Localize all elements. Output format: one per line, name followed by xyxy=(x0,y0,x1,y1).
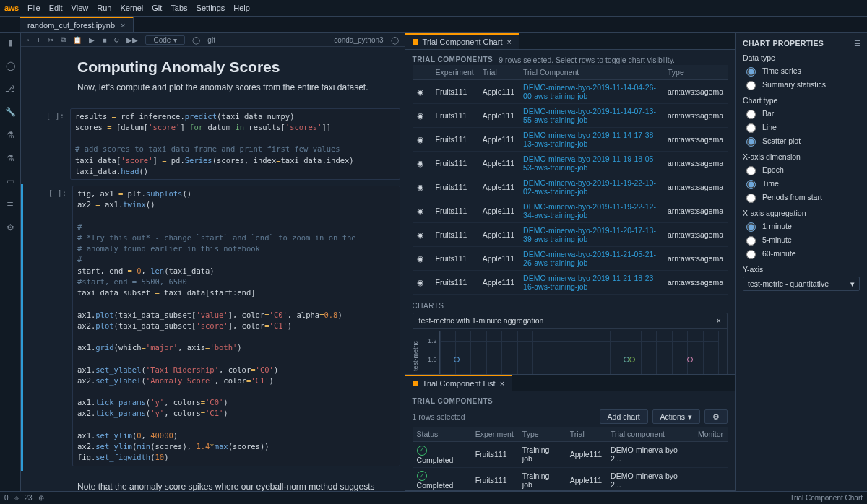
activity-rail: ▮ ◯ ⎇ 🔧 ⚗ ⚗ ▭ ≣ ⚙ xyxy=(0,33,21,491)
prop-group-label: Chart type xyxy=(743,96,860,105)
code-body[interactable]: results = rcf_inference.predict(taxi_dat… xyxy=(70,108,400,180)
nb-body: Computing Anomaly Scores Now, let's comp… xyxy=(21,47,405,491)
flask-icon[interactable]: ⚗ xyxy=(5,130,15,140)
menu-settings[interactable]: Settings xyxy=(197,4,225,12)
yaxis-select[interactable]: test-metric - quantitative▾ xyxy=(743,277,860,291)
menu-icon[interactable]: ☰ xyxy=(854,39,861,48)
code-cell-2[interactable]: [ ]: fig, ax1 = plt.subplots() ax2 = ax1… xyxy=(21,184,405,470)
menu-run[interactable]: Run xyxy=(97,4,111,12)
close-icon[interactable]: × xyxy=(506,38,511,46)
prop-option[interactable]: Time series xyxy=(743,65,860,77)
visibility-icon[interactable]: ◉ xyxy=(413,128,431,152)
run-icon[interactable]: ▶ xyxy=(89,36,95,44)
menu-file[interactable]: File xyxy=(27,4,40,12)
status-item[interactable]: 23 xyxy=(25,494,33,502)
table-row[interactable]: ◉Fruits111Apple111DEMO-minerva-byo-2019-… xyxy=(413,104,728,128)
table-row[interactable]: ✓CompletedFruits111Training jobApple111D… xyxy=(413,442,728,468)
notebook-panel: ▫ + ✂ ⧉ 📋 ▶ ■ ↻ ▶▶ Code▾ ◯ git conda_pyt… xyxy=(21,33,405,491)
chart-card: test-metric with 1-minute aggregation × … xyxy=(413,313,728,374)
menu-view[interactable]: View xyxy=(72,4,89,12)
table-row[interactable]: ✓CompletedFruits111Training jobApple111D… xyxy=(413,467,728,490)
stop-icon[interactable]: ■ xyxy=(102,36,106,44)
chart-title: test-metric with 1-minute aggregation xyxy=(419,316,544,325)
table-row[interactable]: ◉Fruits111Apple111DEMO-minerva-byo-2019-… xyxy=(413,128,728,152)
runall-icon[interactable]: ▶▶ xyxy=(126,36,138,44)
prop-option[interactable]: Epoch xyxy=(743,164,860,175)
prop-option[interactable]: 1-minute xyxy=(743,220,860,232)
prop-option[interactable]: Periods from start xyxy=(743,191,860,203)
status-right: Trial Component Chart xyxy=(790,494,863,502)
visibility-icon[interactable]: ◉ xyxy=(413,175,431,199)
visibility-icon[interactable]: ◉ xyxy=(413,271,431,295)
kernel-busy-icon: ◯ xyxy=(192,36,200,44)
visibility-icon[interactable]: ◉ xyxy=(413,223,431,247)
circle-icon[interactable]: ◯ xyxy=(5,61,15,71)
notebook-tab[interactable]: random_cut_forest.ipynb × xyxy=(20,17,134,32)
prop-option[interactable]: Scatter plot xyxy=(743,135,860,147)
props-title: CHART PROPERTIES xyxy=(743,39,860,48)
menu-kernel[interactable]: Kernel xyxy=(120,4,143,12)
table-row[interactable]: ◉Fruits111Apple111DEMO-minerva-byo-2019-… xyxy=(413,247,728,271)
list-label: TRIAL COMPONENTS xyxy=(413,397,728,405)
sagemaker-icon xyxy=(413,381,418,386)
table-row[interactable]: ◉Fruits111Apple111DEMO-minerva-byo-2019-… xyxy=(413,175,728,199)
list-icon[interactable]: ≣ xyxy=(5,199,15,209)
restart-icon[interactable]: ↻ xyxy=(113,36,119,44)
table-row[interactable]: ◉Fruits111Apple111DEMO-minerva-byo-2019-… xyxy=(413,199,728,223)
y-axis-label: test-metric xyxy=(412,341,419,371)
close-icon[interactable]: × xyxy=(500,379,504,388)
page-title: Computing Anomaly Scores xyxy=(77,58,394,76)
visibility-icon[interactable]: ◉ xyxy=(413,199,431,223)
gear-icon[interactable]: ⚙ xyxy=(5,222,15,233)
status-item[interactable]: ⎆ xyxy=(14,494,19,502)
table-row[interactable]: ◉Fruits111Apple111DEMO-minerva-byo-2019-… xyxy=(413,152,728,175)
list-hint: 1 rows selected xyxy=(413,412,465,421)
visibility-icon[interactable]: ◉ xyxy=(413,80,431,104)
box-icon[interactable]: ▭ xyxy=(5,176,15,186)
prop-option[interactable]: Bar xyxy=(743,108,860,119)
prop-option[interactable]: Line xyxy=(743,121,860,133)
copy-icon[interactable]: ⧉ xyxy=(61,35,66,44)
table-row[interactable]: ◉Fruits111Apple111DEMO-minerva-byo-2019-… xyxy=(413,223,728,247)
paste-icon[interactable]: 📋 xyxy=(73,36,82,44)
prop-option[interactable]: Summary statistics xyxy=(743,79,860,90)
folder-icon[interactable]: ▮ xyxy=(5,38,15,48)
actions-button[interactable]: Actions▾ xyxy=(652,409,700,424)
save-icon[interactable]: ▫ xyxy=(27,36,30,44)
prompt: [ ]: xyxy=(27,108,70,180)
add-chart-button[interactable]: Add chart xyxy=(600,409,648,424)
kernel-name[interactable]: conda_python3 xyxy=(334,36,383,44)
wrench-icon[interactable]: 🔧 xyxy=(5,107,15,117)
data-point xyxy=(454,357,460,362)
cut-icon[interactable]: ✂ xyxy=(48,36,53,44)
status-item[interactable]: ⊕ xyxy=(38,494,44,502)
prop-option[interactable]: 5-minute xyxy=(743,234,860,246)
visibility-icon[interactable]: ◉ xyxy=(413,247,431,271)
table-row[interactable]: ◉Fruits111Apple111DEMO-minerva-byo-2019-… xyxy=(413,271,728,295)
menu-tabs[interactable]: Tabs xyxy=(171,4,187,12)
code-cell-1[interactable]: [ ]: results = rcf_inference.predict(tax… xyxy=(21,107,405,184)
settings-button[interactable]: ⚙ xyxy=(704,409,728,424)
status-item[interactable]: 0 xyxy=(4,494,9,502)
code-body[interactable]: fig, ax1 = plt.subplots() ax2 = ax1.twin… xyxy=(72,186,400,466)
tab-trial-list[interactable]: Trial Component List× xyxy=(405,375,513,391)
components-table: ExperimentTrialTrial ComponentType ◉Frui… xyxy=(413,65,728,295)
table-row[interactable]: ◉Fruits111Apple111DEMO-minerva-byo-2019-… xyxy=(413,80,728,104)
plot-area: 0.40.60.81.01.212 PMThu 1412 PMFri 1512 … xyxy=(439,331,718,374)
prop-option[interactable]: 60-minute xyxy=(743,248,860,259)
branch-icon[interactable]: ⎇ xyxy=(5,84,15,94)
visibility-icon[interactable]: ◉ xyxy=(413,152,431,175)
close-icon[interactable]: × xyxy=(121,21,125,30)
menu-help[interactable]: Help xyxy=(233,4,250,12)
tab-trial-chart[interactable]: Trial Component Chart× xyxy=(405,33,519,49)
visibility-icon[interactable]: ◉ xyxy=(413,104,431,128)
menu-edit[interactable]: Edit xyxy=(49,4,63,12)
celltype-select[interactable]: Code▾ xyxy=(145,35,185,45)
git-icon[interactable]: git xyxy=(207,36,215,44)
menu-git[interactable]: Git xyxy=(152,4,162,12)
flask2-icon[interactable]: ⚗ xyxy=(5,153,15,163)
trial-list-pane: Trial Component List× TRIAL COMPONENTS 1… xyxy=(405,375,735,491)
insert-icon[interactable]: + xyxy=(37,36,41,44)
close-icon[interactable]: × xyxy=(717,316,721,325)
prop-option[interactable]: Time xyxy=(743,178,860,189)
